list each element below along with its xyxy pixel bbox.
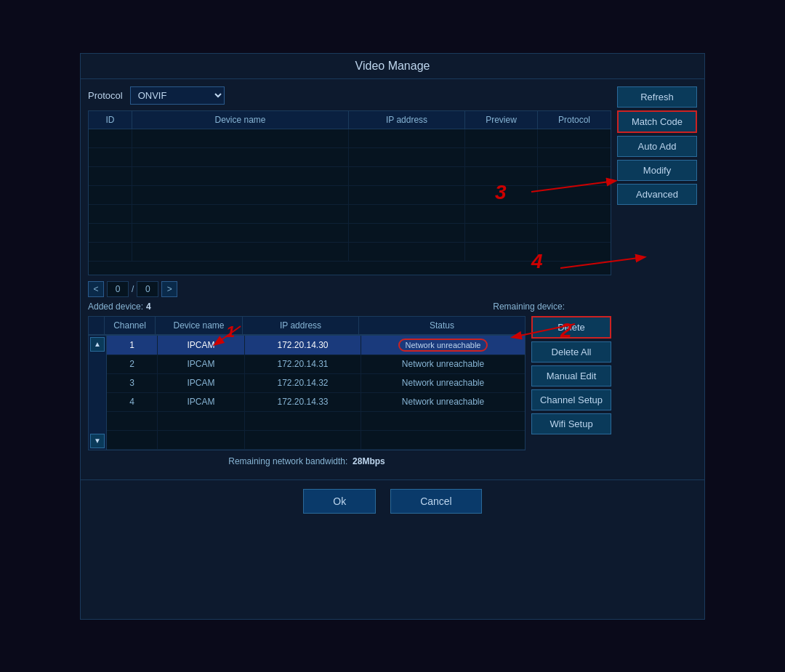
upper-th-ip: IP address xyxy=(349,111,465,129)
protocol-label: Protocol xyxy=(88,90,123,101)
upper-empty-row-3 xyxy=(89,167,611,186)
td-channel: 3 xyxy=(107,374,158,392)
lower-empty-row-2 xyxy=(107,431,525,450)
delete-all-button[interactable]: Delete All xyxy=(531,341,611,363)
td-channel: 2 xyxy=(107,355,158,373)
prev-page-button[interactable]: < xyxy=(88,281,104,297)
main-area: Protocol ONVIF RTSP ID Device name IP ad… xyxy=(88,86,611,472)
lower-right-buttons: Delete Delete All Manual Edit Channel Se… xyxy=(531,316,611,472)
lower-th-ip: IP address xyxy=(243,317,359,334)
upper-empty-row-1 xyxy=(89,129,611,148)
upper-empty-row-6 xyxy=(89,224,611,243)
delete-button[interactable]: Delete xyxy=(531,316,611,339)
td-device-name: IPCAM xyxy=(158,374,245,392)
lower-left: Channel Device name IP address Status ▲ … xyxy=(88,316,526,472)
td-ip: 172.20.14.33 xyxy=(245,393,361,411)
upper-table-body xyxy=(89,129,611,275)
table-row[interactable]: 3 IPCAM 172.20.14.32 Network unreachable xyxy=(107,374,525,393)
auto-add-button[interactable]: Auto Add xyxy=(617,136,697,157)
td-channel: 4 xyxy=(107,393,158,411)
modify-button[interactable]: Modify xyxy=(617,160,697,181)
bandwidth-row: Remaining network bandwidth: 28Mbps xyxy=(88,450,526,472)
lower-table-wrapper: ▲ ▼ 1 IPCAM 172.20.14.30 xyxy=(88,335,526,450)
footer: Ok Cancel xyxy=(81,479,704,522)
lower-empty-row-1 xyxy=(107,412,525,431)
lower-th-channel: Channel xyxy=(105,317,156,334)
status-badge: Network unreachable xyxy=(398,339,488,352)
table-row[interactable]: 2 IPCAM 172.20.14.31 Network unreachable xyxy=(107,355,525,374)
scroll-down-button[interactable]: ▼ xyxy=(90,434,105,448)
upper-empty-row-2 xyxy=(89,148,611,167)
lower-table-inner: 1 IPCAM 172.20.14.30 Network unreachable xyxy=(107,336,525,450)
match-code-button[interactable]: Match Code xyxy=(617,110,697,133)
video-manage-dialog: Video Manage Protocol ONVIF RTSP ID Devi… xyxy=(80,53,705,620)
upper-right-buttons: Refresh Match Code Auto Add Modify Advan… xyxy=(617,86,697,472)
td-device-name: IPCAM xyxy=(158,355,245,373)
page-separator: / xyxy=(132,284,134,294)
lower-section: Channel Device name IP address Status ▲ … xyxy=(88,316,611,472)
lower-th-status: Status xyxy=(359,317,525,334)
wifi-setup-button[interactable]: Wifi Setup xyxy=(531,413,611,434)
info-row: Added device: 4 Remaining device: xyxy=(88,301,611,312)
cancel-button[interactable]: Cancel xyxy=(390,489,482,514)
upper-empty-row-5 xyxy=(89,205,611,224)
td-device-name: IPCAM xyxy=(158,336,245,355)
remaining-device-label: Remaining device: xyxy=(493,301,565,312)
manual-edit-button[interactable]: Manual Edit xyxy=(531,365,611,386)
next-page-button[interactable]: > xyxy=(161,281,177,297)
bandwidth-value: 28Mbps xyxy=(353,456,385,466)
bandwidth-label: Remaining network bandwidth: xyxy=(228,456,347,466)
dialog-title: Video Manage xyxy=(81,54,704,79)
total-pages: 0 xyxy=(137,281,158,297)
upper-th-device-name: Device name xyxy=(132,111,349,129)
td-device-name: IPCAM xyxy=(158,393,245,411)
upper-table-header: ID Device name IP address Preview Protoc… xyxy=(89,111,611,129)
protocol-row: Protocol ONVIF RTSP xyxy=(88,86,611,105)
td-ip: 172.20.14.31 xyxy=(245,355,361,373)
table-row[interactable]: 4 IPCAM 172.20.14.33 Network unreachable xyxy=(107,393,525,412)
td-status: Network unreachable xyxy=(361,393,525,411)
lower-table-body: 1 IPCAM 172.20.14.30 Network unreachable xyxy=(107,336,525,450)
upper-empty-row-4 xyxy=(89,186,611,205)
lower-table-header: Channel Device name IP address Status xyxy=(104,316,526,335)
td-ip: 172.20.14.32 xyxy=(245,374,361,392)
scroll-buttons: ▲ ▼ xyxy=(89,336,107,450)
advanced-button[interactable]: Advanced xyxy=(617,184,697,205)
channel-setup-button[interactable]: Channel Setup xyxy=(531,389,611,410)
upper-th-protocol: Protocol xyxy=(538,111,611,129)
upper-table: ID Device name IP address Preview Protoc… xyxy=(88,110,611,275)
added-device-label: Added device: xyxy=(88,301,143,312)
upper-th-id: ID xyxy=(89,111,132,129)
protocol-select[interactable]: ONVIF RTSP xyxy=(130,86,225,105)
table-row[interactable]: 1 IPCAM 172.20.14.30 Network unreachable xyxy=(107,336,525,355)
pagination: < 0 / 0 > xyxy=(88,281,611,297)
ok-button[interactable]: Ok xyxy=(303,489,376,514)
upper-empty-row-7 xyxy=(89,243,611,262)
td-ip: 172.20.14.30 xyxy=(245,336,361,355)
added-device-count: 4 xyxy=(146,301,151,312)
td-channel: 1 xyxy=(107,336,158,355)
lower-th-device-name: Device name xyxy=(156,317,243,334)
td-status: Network unreachable xyxy=(361,336,525,355)
refresh-button[interactable]: Refresh xyxy=(617,86,697,108)
scroll-up-button[interactable]: ▲ xyxy=(90,337,105,352)
current-page: 0 xyxy=(107,281,129,297)
td-status: Network unreachable xyxy=(361,355,525,373)
td-status: Network unreachable xyxy=(361,374,525,392)
upper-th-preview: Preview xyxy=(465,111,538,129)
